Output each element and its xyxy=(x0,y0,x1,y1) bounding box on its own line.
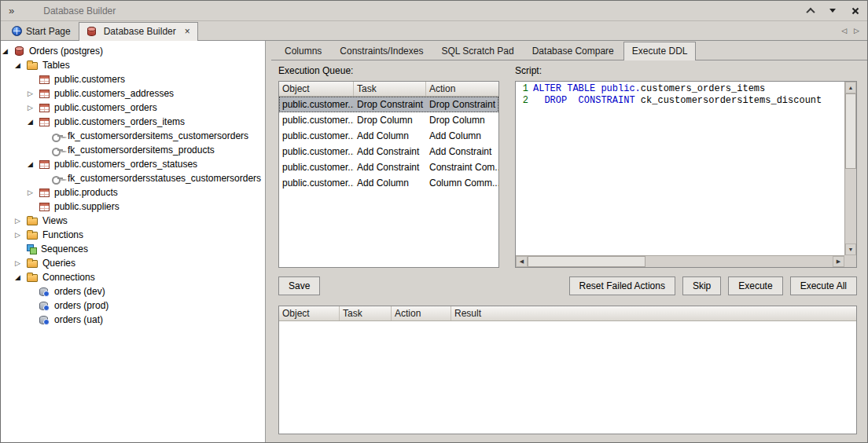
tree-item-fk-customersordersitems-customersorders[interactable]: fk_customersordersitems_customersorders xyxy=(1,129,265,143)
tree-item-fk-customersordersitems-products[interactable]: fk_customersordersitems_products xyxy=(1,143,265,157)
queue-cell-action: Add Constraint xyxy=(426,146,498,157)
tab-columns[interactable]: Columns xyxy=(276,41,330,60)
queue-row[interactable]: public.customer... Add Constraint Add Co… xyxy=(279,144,498,159)
tree-item-queries[interactable]: Queries xyxy=(1,256,265,270)
queue-cell-task: Drop Constraint xyxy=(354,99,426,110)
tree-item-public-customers-orders-statuses[interactable]: public.customers_orders_statuses xyxy=(1,157,265,171)
tab-constraints-indexes[interactable]: Constraints/Indexes xyxy=(331,41,432,60)
table-icon xyxy=(39,203,50,211)
tab-nav-right-icon[interactable]: ▷ xyxy=(854,27,859,35)
tree-item-tables[interactable]: Tables xyxy=(1,58,265,72)
queue-row[interactable]: public.customer... Drop Column Drop Colu… xyxy=(279,112,498,128)
queue-cell-action: Add Column xyxy=(426,130,498,141)
results-header-action[interactable]: Action xyxy=(392,306,451,320)
close-window-icon[interactable] xyxy=(851,7,859,15)
tab-database-builder-label: Database Builder xyxy=(104,26,176,37)
reset-failed-actions-button[interactable]: Reset Failed Actions xyxy=(569,276,675,295)
builder-tab-bar: Columns Constraints/Indexes SQL Scratch … xyxy=(271,41,867,60)
document-tab-bar: Start Page Database Builder × ◁ ▷ xyxy=(1,21,867,41)
tree-item-public-customers-addresses[interactable]: public.customers_addresses xyxy=(1,86,265,101)
expander-icon[interactable] xyxy=(28,86,39,101)
queue-cell-action: Drop Column xyxy=(426,115,498,126)
tree-item-label: Connections xyxy=(41,272,95,283)
vertical-scrollbar-thumb[interactable] xyxy=(845,93,856,169)
queue-row[interactable]: public.customer... Drop Constraint Drop … xyxy=(279,97,498,112)
sql-keyword: DROP CONSTRAINT xyxy=(533,95,635,107)
tree-item-label: fk_customersordersitems_products xyxy=(66,145,215,156)
tree-item-label: public.suppliers xyxy=(53,201,120,212)
tree-item-public-suppliers[interactable]: public.suppliers xyxy=(1,200,265,214)
tree-item-sequences[interactable]: Sequences xyxy=(1,242,265,256)
tree-item-fk-customersordersstatuses-customersorders[interactable]: fk_customersordersstatuses_customersorde… xyxy=(1,171,265,185)
close-tab-icon[interactable]: × xyxy=(185,27,190,36)
queue-row[interactable]: public.customer... Add Constraint Constr… xyxy=(279,159,498,175)
tree-item-label: public.customers_orders_statuses xyxy=(53,159,197,170)
scroll-up-icon[interactable] xyxy=(845,82,856,93)
tab-start-page[interactable]: Start Page xyxy=(4,21,79,40)
expander-icon[interactable] xyxy=(15,256,27,270)
queue-cell-action: Drop Constraint xyxy=(426,99,498,110)
execute-button[interactable]: Execute xyxy=(728,276,782,295)
horizontal-scrollbar-thumb[interactable] xyxy=(528,256,645,267)
expander-icon[interactable] xyxy=(15,270,27,284)
tree-item-public-customers[interactable]: public.customers xyxy=(1,72,265,86)
results-body xyxy=(279,321,856,434)
code-area[interactable]: 1 ALTER TABLE public. customers_orders_i… xyxy=(516,82,844,255)
tab-database-compare[interactable]: Database Compare xyxy=(524,41,623,60)
sql-script-editor[interactable]: 1 ALTER TABLE public. customers_orders_i… xyxy=(515,81,857,268)
scroll-left-icon[interactable] xyxy=(516,256,528,267)
queue-header-action[interactable]: Action xyxy=(426,82,498,96)
tab-nav-left-icon[interactable]: ◁ xyxy=(841,27,847,35)
builder-panel: Columns Constraints/Indexes SQL Scratch … xyxy=(271,41,867,442)
folder-icon xyxy=(27,274,38,282)
key-icon xyxy=(52,175,64,182)
queue-cell-object: public.customer... xyxy=(279,178,354,189)
code-line: 2 DROP CONSTRAINT ck_customersordersitem… xyxy=(516,95,844,107)
execution-queue-label: Execution Queue: xyxy=(278,65,499,78)
queue-row[interactable]: public.customer... Add Column Column Com… xyxy=(279,175,498,191)
execute-buttons: Reset Failed Actions Skip Execute Execut… xyxy=(569,276,857,295)
queue-row[interactable]: public.customer... Add Column Add Column xyxy=(279,128,498,144)
tree-item-orders-postgres[interactable]: Orders (postgres) xyxy=(1,44,265,58)
script-horizontal-scrollbar[interactable] xyxy=(516,255,844,267)
tree-item-views[interactable]: Views xyxy=(1,214,265,228)
expander-icon[interactable] xyxy=(28,115,39,129)
expander-icon[interactable] xyxy=(15,58,27,72)
queue-header-object[interactable]: Object xyxy=(279,82,354,96)
collapse-panel-icon[interactable] xyxy=(806,7,815,16)
window-menu-icon[interactable] xyxy=(829,9,836,13)
expander-icon[interactable] xyxy=(28,185,39,200)
queue-header-task[interactable]: Task xyxy=(354,82,426,96)
tab-database-builder[interactable]: Database Builder × xyxy=(79,22,198,41)
expander-icon[interactable] xyxy=(2,44,14,58)
results-header-object[interactable]: Object xyxy=(279,306,340,320)
skip-button[interactable]: Skip xyxy=(682,276,721,295)
tab-execute-ddl[interactable]: Execute DDL xyxy=(623,42,697,60)
tree-item-public-products[interactable]: public.products xyxy=(1,185,265,200)
tree-item-orders-prod[interactable]: orders (prod) xyxy=(1,298,265,313)
tree-item-functions[interactable]: Functions xyxy=(1,228,265,242)
tree-item-orders-dev[interactable]: orders (dev) xyxy=(1,284,265,298)
expander-icon[interactable] xyxy=(15,228,27,242)
scroll-down-icon[interactable] xyxy=(845,243,856,255)
results-header-task[interactable]: Task xyxy=(340,306,392,320)
script-vertical-scrollbar[interactable] xyxy=(844,82,856,255)
tree-item-connections[interactable]: Connections xyxy=(1,270,265,284)
window-controls xyxy=(807,7,859,15)
expander-icon[interactable] xyxy=(28,101,39,115)
scroll-right-icon[interactable] xyxy=(833,256,844,267)
tree-item-orders-uat[interactable]: orders (uat) xyxy=(1,313,265,327)
folder-icon xyxy=(27,260,38,268)
tree-item-public-customers-orders[interactable]: public.customers_orders xyxy=(1,101,265,115)
results-header-result[interactable]: Result xyxy=(451,306,856,320)
panel-chevrons-icon[interactable]: » xyxy=(9,5,15,16)
save-button[interactable]: Save xyxy=(278,276,320,295)
execution-queue-section: Execution Queue: Object Task Action publ… xyxy=(278,65,499,268)
expander-icon[interactable] xyxy=(28,157,39,171)
tab-start-page-label: Start Page xyxy=(26,26,71,37)
tree-item-public-customers-orders-items[interactable]: public.customers_orders_items xyxy=(1,115,265,129)
tab-sql-scratch-pad[interactable]: SQL Scratch Pad xyxy=(432,41,522,60)
panel-splitter[interactable] xyxy=(266,41,271,442)
expander-icon[interactable] xyxy=(15,214,27,228)
execute-all-button[interactable]: Execute All xyxy=(790,276,857,295)
